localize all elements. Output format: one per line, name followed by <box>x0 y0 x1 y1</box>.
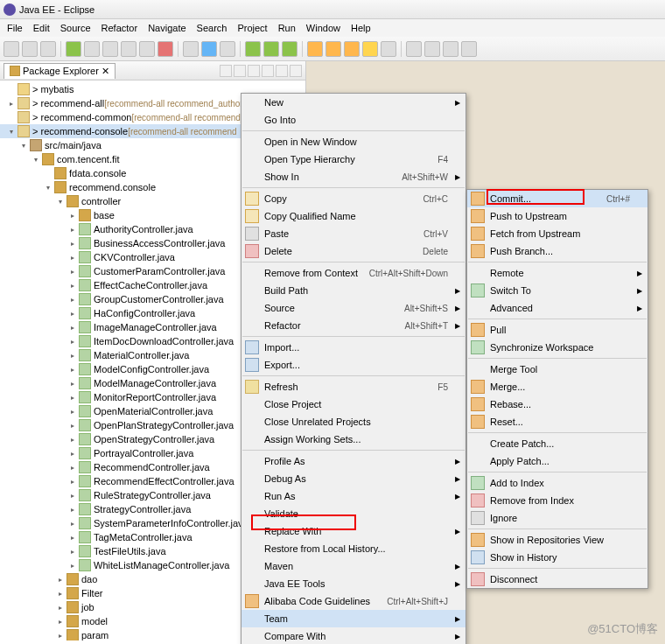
minimize-icon[interactable] <box>276 65 288 77</box>
menu-item[interactable]: Ignore <box>467 509 648 527</box>
expand-icon[interactable] <box>7 85 16 94</box>
menu-item[interactable]: Validate <box>242 505 466 522</box>
tool-new-icon[interactable] <box>4 41 19 57</box>
menu-item[interactable]: RefactorAlt+Shift+T▶ <box>242 317 466 334</box>
menu-item[interactable]: CopyCtrl+C <box>242 190 466 207</box>
tool-runbtn-icon[interactable] <box>245 41 261 57</box>
menu-item[interactable]: Apply Patch... <box>467 452 648 470</box>
menu-item[interactable]: Copy Qualified Name <box>242 207 466 225</box>
expand-icon[interactable]: ▸ <box>68 449 77 458</box>
expand-icon[interactable]: ▾ <box>56 197 65 206</box>
collapse-icon[interactable] <box>220 65 232 77</box>
menu-item[interactable]: Debug As▶ <box>242 470 466 487</box>
menu-item[interactable]: Run As▶ <box>242 487 466 505</box>
menu-item[interactable]: Fetch from Upstream <box>467 225 648 242</box>
expand-icon[interactable]: ▸ <box>68 407 77 416</box>
team-submenu[interactable]: Commit...Ctrl+#Push to UpstreamFetch fro… <box>466 189 648 589</box>
menu-item[interactable]: Commit...Ctrl+# <box>467 190 648 207</box>
expand-icon[interactable]: ▸ <box>7 99 16 108</box>
menu-item[interactable]: Build Path▶ <box>242 282 466 299</box>
menu-item[interactable]: Close Unrelated Projects <box>242 413 466 430</box>
expand-icon[interactable]: ▾ <box>7 127 16 136</box>
tool-nav2-icon[interactable] <box>424 41 440 57</box>
toolbar[interactable] <box>0 37 665 61</box>
expand-icon[interactable]: ▸ <box>68 463 77 472</box>
menu-item[interactable]: Open in New Window <box>242 133 466 150</box>
expand-icon[interactable]: ▸ <box>56 631 65 640</box>
menu-item[interactable]: Export... <box>242 356 466 374</box>
menu-item[interactable]: PasteCtrl+V <box>242 225 466 242</box>
expand-icon[interactable]: ▸ <box>68 533 77 542</box>
menu-source[interactable]: Source <box>55 21 96 35</box>
link-icon[interactable] <box>234 65 246 77</box>
menu-item[interactable]: Remote▶ <box>467 264 648 282</box>
expand-icon[interactable]: ▾ <box>44 183 52 192</box>
menu-run[interactable]: Run <box>273 21 301 35</box>
menu-item[interactable]: Merge... <box>467 378 648 396</box>
menu-navigate[interactable]: Navigate <box>143 21 191 35</box>
menu-item[interactable]: Import... <box>242 339 466 356</box>
close-icon[interactable]: ✕ <box>102 66 109 77</box>
menu-item[interactable]: Restore from Local History... <box>242 540 466 557</box>
menu-help[interactable]: Help <box>346 21 376 35</box>
expand-icon[interactable]: ▸ <box>68 295 77 304</box>
menu-item[interactable]: Pull <box>467 321 648 339</box>
expand-icon[interactable]: ▸ <box>56 617 65 626</box>
tool-runlast-icon[interactable] <box>263 41 279 57</box>
tool-git4-icon[interactable] <box>362 41 378 57</box>
expand-icon[interactable]: ▸ <box>68 477 77 486</box>
menu-item[interactable]: Push to Upstream <box>467 207 648 225</box>
menu-item[interactable]: SourceAlt+Shift+S▶ <box>242 299 466 317</box>
tool-stop-icon[interactable] <box>158 41 173 57</box>
menu-file[interactable]: File <box>2 21 28 35</box>
expand-icon[interactable]: ▸ <box>56 575 65 584</box>
menu-item[interactable]: Push Branch... <box>467 242 648 260</box>
tool-stepover-icon[interactable] <box>121 41 136 57</box>
tool-type-icon[interactable] <box>201 41 217 57</box>
tool-resume-icon[interactable] <box>139 41 155 57</box>
package-explorer-tab[interactable]: Package Explorer ✕ <box>4 63 116 79</box>
expand-icon[interactable]: ▸ <box>68 267 77 276</box>
menu-window[interactable]: Window <box>301 21 346 35</box>
menu-item[interactable]: Remove from Index <box>467 492 648 509</box>
menu-item[interactable]: Team▶ <box>242 610 466 627</box>
tool-saveall-icon[interactable] <box>40 41 56 57</box>
tool-git3-icon[interactable] <box>344 41 360 57</box>
menu-item[interactable]: Advanced▶ <box>467 299 648 317</box>
menu-item[interactable]: Assign Working Sets... <box>242 430 466 448</box>
menu-item[interactable]: Java EE Tools▶ <box>242 575 466 592</box>
menu-item[interactable]: Show InAlt+Shift+W▶ <box>242 168 466 186</box>
expand-icon[interactable]: ▸ <box>68 393 77 402</box>
expand-icon[interactable]: ▸ <box>68 435 77 444</box>
menu-refactor[interactable]: Refactor <box>96 21 144 35</box>
expand-icon[interactable]: ▾ <box>19 141 28 150</box>
menu-item[interactable]: Synchronize Workspace <box>467 339 648 356</box>
tool-nav4-icon[interactable] <box>461 41 477 57</box>
menu-item[interactable]: New▶ <box>242 94 466 111</box>
expand-icon[interactable] <box>7 113 16 122</box>
context-menu[interactable]: New▶Go IntoOpen in New WindowOpen Type H… <box>241 93 466 644</box>
menu-project[interactable]: Project <box>232 21 272 35</box>
menu-item[interactable]: Alibaba Code GuidelinesCtrl+Alt+Shift+J <box>242 592 466 610</box>
menu-item[interactable]: Close Project <box>242 396 466 413</box>
expand-icon[interactable]: ▸ <box>68 253 77 262</box>
expand-icon[interactable]: ▸ <box>68 351 77 360</box>
menu-item[interactable]: DeleteDelete <box>242 242 466 260</box>
expand-icon[interactable]: ▸ <box>68 491 77 500</box>
maximize-icon[interactable] <box>290 65 302 77</box>
expand-icon[interactable]: ▸ <box>68 281 77 290</box>
expand-icon[interactable]: ▸ <box>68 519 77 528</box>
menu-edit[interactable]: Edit <box>28 21 55 35</box>
expand-icon[interactable] <box>44 169 52 178</box>
menu-item[interactable]: Disconnect <box>467 570 648 588</box>
tool-git5-icon[interactable] <box>381 41 396 57</box>
focus-icon[interactable] <box>248 65 260 77</box>
menu-item[interactable]: Show in Repositories View <box>467 531 648 549</box>
menu-item[interactable]: Profile As▶ <box>242 452 466 470</box>
expand-icon[interactable]: ▸ <box>68 365 77 374</box>
menu-item[interactable]: Add to Index <box>467 474 648 492</box>
expand-icon[interactable]: ▸ <box>68 225 77 234</box>
menu-item[interactable]: Show in History <box>467 549 648 566</box>
tool-git2-icon[interactable] <box>326 41 341 57</box>
expand-icon[interactable]: ▸ <box>68 323 77 332</box>
